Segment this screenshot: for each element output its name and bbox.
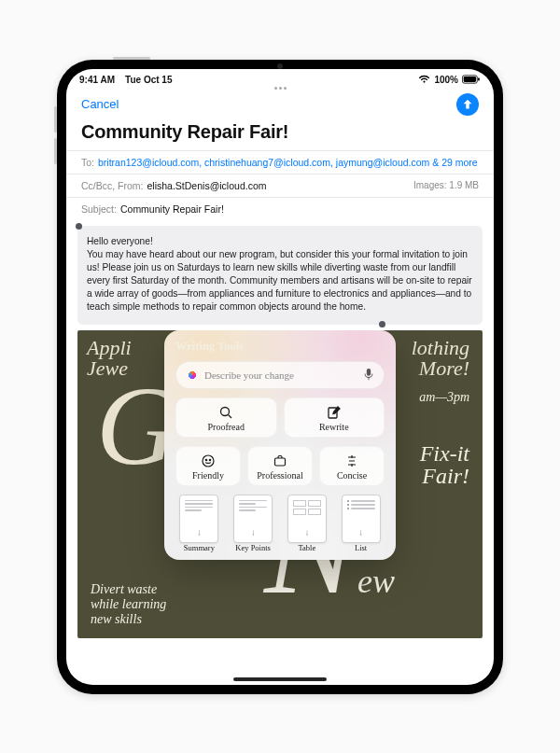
writing-tools-popover: Writing Tools Describe your change — [164, 330, 396, 560]
email-body-text: Hello everyone! You may have heard about… — [87, 236, 472, 312]
mic-icon[interactable] — [363, 368, 374, 383]
thumb-label: List — [355, 543, 367, 552]
battery-icon — [462, 75, 481, 84]
writing-tools-title: Writing Tools — [175, 340, 385, 354]
svg-rect-2 — [478, 77, 480, 80]
flyer-time: am—3pm — [419, 390, 469, 405]
ipad-frame: 9:41 AM Tue Oct 15 100% Cancel Communi — [57, 60, 503, 694]
status-bar: 9:41 AM Tue Oct 15 100% — [66, 69, 494, 85]
flyer-ew: ew — [357, 562, 395, 601]
sheet-grabber[interactable] — [66, 85, 494, 93]
to-recipients: britran123@icloud.com, christinehuang7@i… — [98, 157, 478, 168]
selection-handle-start[interactable] — [76, 223, 82, 230]
to-label: To: — [81, 157, 94, 168]
ccbcc-label: Cc/Bcc, From: — [81, 180, 144, 191]
summary-button[interactable]: ↓ Summary — [175, 495, 223, 552]
professional-button[interactable]: Professional — [247, 446, 313, 486]
svg-point-7 — [209, 459, 210, 460]
flyer-text: More! — [419, 356, 469, 380]
action-label: Rewrite — [319, 422, 349, 432]
concise-button[interactable]: Concise — [319, 446, 385, 486]
home-indicator[interactable] — [233, 677, 327, 681]
svg-point-5 — [203, 455, 214, 467]
thumb-label: Key Points — [235, 543, 271, 552]
writing-tools-tone-actions: Friendly Professional Conc — [175, 446, 385, 486]
from-address: elisha.StDenis@icloud.com — [147, 180, 267, 191]
cancel-button[interactable]: Cancel — [81, 97, 119, 111]
action-label: Proofread — [208, 422, 245, 432]
flyer-image: Appli Jewe lothing More! am—3pm Fix-it F… — [77, 330, 483, 638]
compose-icon — [326, 404, 343, 421]
svg-rect-1 — [464, 77, 476, 82]
list-button[interactable]: ↓ List — [337, 495, 385, 552]
status-date: Tue Oct 15 — [125, 75, 172, 85]
friendly-button[interactable]: Friendly — [175, 446, 241, 486]
status-time: 9:41 AM — [79, 75, 115, 85]
screen: 9:41 AM Tue Oct 15 100% Cancel Communi — [66, 69, 494, 685]
svg-point-3 — [221, 407, 230, 415]
svg-rect-8 — [275, 458, 286, 466]
writing-tools-format-row: ↓ Summary ↓ Key Points ↓ Table — [175, 495, 385, 552]
flyer-caption: Divert waste while learning new skills — [91, 582, 166, 627]
action-label: Concise — [337, 470, 367, 481]
action-label: Professional — [257, 470, 302, 481]
concise-icon — [343, 453, 360, 469]
selection-handle-end[interactable] — [379, 321, 385, 328]
thumb-label: Table — [298, 543, 315, 552]
subject-value: Community Repair Fair! — [120, 203, 224, 215]
subject-label: Subject: — [81, 203, 117, 215]
writing-tools-placeholder: Describe your change — [204, 370, 294, 381]
writing-tools-input[interactable]: Describe your change — [175, 361, 385, 389]
arrow-up-icon — [461, 98, 474, 111]
briefcase-icon — [272, 453, 288, 469]
table-button[interactable]: ↓ Table — [284, 495, 331, 552]
writing-tools-actions: Proofread Rewrite — [175, 397, 385, 438]
ccbcc-field[interactable]: Cc/Bcc, From: elisha.StDenis@icloud.com … — [66, 174, 494, 197]
send-button[interactable] — [456, 93, 479, 116]
key-points-button[interactable]: ↓ Key Points — [230, 495, 277, 552]
wifi-icon — [418, 75, 430, 84]
svg-point-6 — [205, 459, 206, 460]
battery-percent: 100% — [434, 75, 458, 85]
subject-field[interactable]: Subject: Community Repair Fair! — [66, 197, 494, 220]
email-body[interactable]: Hello everyone! You may have heard about… — [77, 226, 483, 325]
action-label: Friendly — [192, 470, 224, 481]
smile-icon — [200, 453, 217, 469]
flyer-fixit: Fix-it Fair! — [420, 442, 469, 487]
images-meta: Images: 1.9 MB — [413, 180, 479, 190]
rewrite-button[interactable]: Rewrite — [284, 397, 385, 438]
apple-intelligence-icon — [186, 369, 199, 382]
thumb-label: Summary — [184, 543, 215, 552]
magnify-icon — [217, 404, 234, 421]
compose-title: Community Repair Fair! — [66, 116, 494, 150]
proofread-button[interactable]: Proofread — [175, 397, 277, 438]
to-field[interactable]: To: britran123@icloud.com, christinehuan… — [66, 150, 494, 174]
